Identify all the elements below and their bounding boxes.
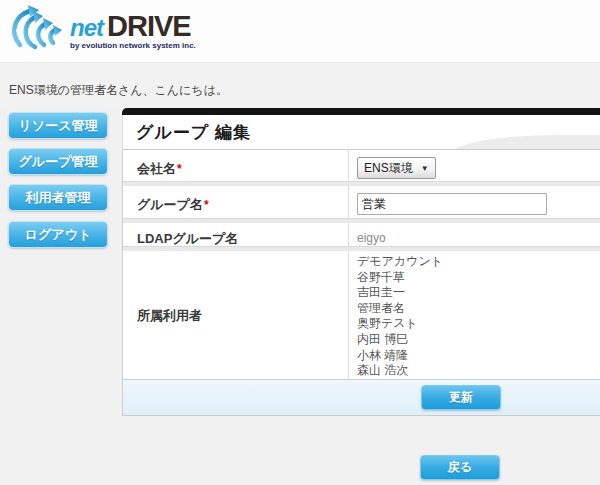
group-name-value-cell (349, 186, 600, 218)
group-name-label-cell: グループ名* (123, 186, 349, 218)
update-button[interactable]: 更新 (421, 385, 501, 410)
sidebar-item-label: グループ管理 (19, 153, 98, 171)
group-edit-form: 会社名* ENS環境 ▼ グループ名* LDAPグループ名 eigyo (122, 149, 600, 380)
app-header: netDRIVE by evolution network system inc… (0, 0, 600, 62)
member-name: 奥野テスト (357, 316, 600, 332)
group-name-label: グループ名 (137, 197, 203, 212)
members-label-cell: 所属利用者 (123, 251, 349, 379)
sidebar-item-user-management[interactable]: 利用者管理 (8, 184, 108, 211)
ldap-group-label: LDAPグループ名 (137, 231, 238, 246)
content-top-bar (122, 108, 600, 115)
back-button-label: 戻る (448, 459, 472, 476)
members-list: デモアカウント 谷野千草 吉田圭一 管理者名 奥野テスト 内田 博巳 小林 靖隆… (349, 251, 600, 379)
logo-drive-text: DRIVE (107, 10, 191, 42)
required-asterisk: * (204, 198, 209, 212)
title-bar: グループ 編集 (122, 115, 600, 149)
company-label-cell: 会社名* (123, 150, 349, 181)
company-value-cell: ENS環境 ▼ (349, 150, 600, 181)
form-row-company: 会社名* ENS環境 ▼ (123, 150, 600, 186)
company-select[interactable]: ENS環境 ▼ (357, 157, 436, 179)
update-button-label: 更新 (449, 389, 473, 406)
swirl-arrows-icon (8, 4, 68, 54)
back-button[interactable]: 戻る (420, 455, 500, 480)
member-name: 森山 浩次 (357, 363, 600, 379)
main-content: グループ 編集 会社名* ENS環境 ▼ グループ名* (122, 108, 600, 416)
page-title: グループ 編集 (136, 121, 251, 144)
sidebar-item-label: 利用者管理 (26, 189, 91, 207)
member-name: 谷野千草 (357, 270, 600, 286)
sidebar-nav: リソース管理 グループ管理 利用者管理 ログアウト (8, 112, 108, 257)
members-label: 所属利用者 (137, 308, 202, 323)
ldap-group-value: eigyo (349, 223, 600, 246)
title-swoosh-decoration (450, 135, 600, 149)
group-name-input[interactable] (357, 193, 547, 215)
form-row-members: 所属利用者 デモアカウント 谷野千草 吉田圭一 管理者名 奥野テスト 内田 博巳… (123, 251, 600, 379)
logo-net-text: net (70, 14, 103, 41)
member-name: デモアカウント (357, 254, 600, 270)
netdrive-logo: netDRIVE by evolution network system inc… (8, 4, 196, 54)
form-row-group-name: グループ名* (123, 186, 600, 223)
sidebar-item-group-management[interactable]: グループ管理 (8, 148, 108, 175)
greeting-bar: ENS環境の管理者名さん、こんにちは。 (0, 62, 600, 108)
member-name: 吉田圭一 (357, 285, 600, 301)
greeting-text: ENS環境の管理者名さん、こんにちは。 (9, 82, 228, 99)
company-label: 会社名 (137, 161, 176, 176)
sidebar-item-label: リソース管理 (19, 117, 98, 135)
form-row-ldap-group: LDAPグループ名 eigyo (123, 223, 600, 251)
chevron-down-icon: ▼ (421, 164, 429, 173)
sidebar-item-resource-management[interactable]: リソース管理 (8, 112, 108, 139)
member-name: 内田 博巳 (357, 332, 600, 348)
form-footer: 更新 (122, 380, 600, 416)
member-name: 小林 靖隆 (357, 348, 600, 364)
member-name: 管理者名 (357, 301, 600, 317)
logout-button[interactable]: ログアウト (8, 221, 108, 248)
ldap-group-label-cell: LDAPグループ名 (123, 223, 349, 246)
logo-tagline: by evolution network system inc. (70, 42, 196, 50)
logout-button-label: ログアウト (25, 226, 92, 244)
company-select-value: ENS環境 (364, 160, 413, 177)
required-asterisk: * (177, 162, 182, 176)
